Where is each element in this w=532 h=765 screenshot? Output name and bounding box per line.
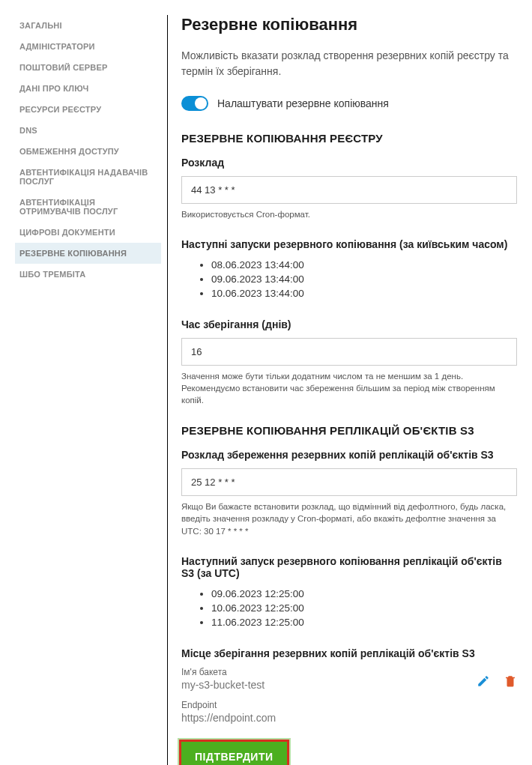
next-runs-list: 08.06.2023 13:44:00 09.06.2023 13:44:00 … — [181, 258, 517, 300]
list-item: 08.06.2023 13:44:00 — [211, 258, 517, 272]
sidebar-item-documents[interactable]: Цифрові документи — [15, 222, 161, 243]
sidebar-item-mail[interactable]: Поштовий сервер — [15, 57, 161, 78]
s3-storage-label: Місце зберігання резервних копій репліка… — [181, 647, 517, 659]
sidebar-item-key[interactable]: Дані про ключ — [15, 78, 161, 99]
backup-toggle[interactable] — [181, 96, 208, 111]
endpoint-label: Endpoint — [181, 700, 517, 710]
s3-schedule-input[interactable] — [181, 468, 517, 496]
retention-hint: Значення може бути тільки додатним число… — [181, 370, 517, 406]
endpoint-value: https://endpoint.com — [181, 712, 517, 724]
schedule-input[interactable] — [181, 176, 517, 204]
sidebar-item-resources[interactable]: Ресурси реєстру — [15, 99, 161, 120]
registry-backup-heading: РЕЗЕРВНЕ КОПІЮВАННЯ РЕЄСТРУ — [181, 132, 517, 145]
s3-schedule-hint: Якщо Ви бажаєте встановити розклад, що в… — [181, 501, 517, 536]
vertical-divider — [167, 15, 168, 765]
s3-next-runs-label: Наступний запуск резервного копіювання р… — [181, 555, 517, 579]
storage-block: Ім'я бакета my-s3-bucket-test Endpoint h… — [181, 667, 517, 724]
edit-icon[interactable] — [477, 674, 490, 688]
page-description: Можливість вказати розклад створення рез… — [181, 48, 517, 79]
s3-schedule-label: Розклад збереження резервних копій реплі… — [181, 449, 517, 461]
list-item: 10.06.2023 12:25:00 — [211, 601, 517, 615]
next-runs-label: Наступні запуски резервного копіювання (… — [181, 238, 517, 250]
list-item: 10.06.2023 13:44:00 — [211, 286, 517, 300]
sidebar-item-backup[interactable]: Резервне копіювання — [15, 243, 161, 264]
trash-icon[interactable] — [504, 674, 517, 688]
page-title: Резервне копіювання — [181, 15, 517, 34]
sidebar-item-dns[interactable]: DNS — [15, 120, 161, 141]
bucket-name-label: Ім'я бакета — [181, 667, 517, 677]
list-item: 09.06.2023 12:25:00 — [211, 587, 517, 601]
sidebar-item-trembita[interactable]: ШБО Трембіта — [15, 264, 161, 285]
retention-label: Час зберігання (днів) — [181, 318, 517, 330]
sidebar-item-admins[interactable]: Адміністратори — [15, 36, 161, 57]
backup-toggle-label: Налаштувати резервне копіювання — [217, 97, 389, 109]
sidebar: Загальні Адміністратори Поштовий сервер … — [15, 15, 161, 765]
s3-next-runs-list: 09.06.2023 12:25:00 10.06.2023 12:25:00 … — [181, 587, 517, 629]
retention-input[interactable] — [181, 338, 517, 366]
list-item: 09.06.2023 13:44:00 — [211, 272, 517, 286]
sidebar-item-auth-providers[interactable]: Автентифікація надавачів послуг — [15, 162, 161, 192]
sidebar-item-access[interactable]: Обмеження доступу — [15, 141, 161, 162]
sidebar-item-auth-recipients[interactable]: Автентифікація отримувачів послуг — [15, 192, 161, 222]
list-item: 11.06.2023 12:25:00 — [211, 615, 517, 629]
schedule-label: Розклад — [181, 157, 517, 169]
schedule-hint: Використовується Cron-формат. — [181, 208, 517, 220]
sidebar-item-general[interactable]: Загальні — [15, 15, 161, 36]
s3-backup-heading: РЕЗЕРВНЕ КОПІЮВАННЯ РЕПЛІКАЦІЙ ОБ'ЄКТІВ … — [181, 424, 517, 437]
confirm-button[interactable]: ПІДТВЕРДИТИ — [181, 742, 287, 765]
main-content: Резервне копіювання Можливість вказати р… — [181, 15, 525, 765]
bucket-name-value: my-s3-bucket-test — [181, 679, 517, 691]
